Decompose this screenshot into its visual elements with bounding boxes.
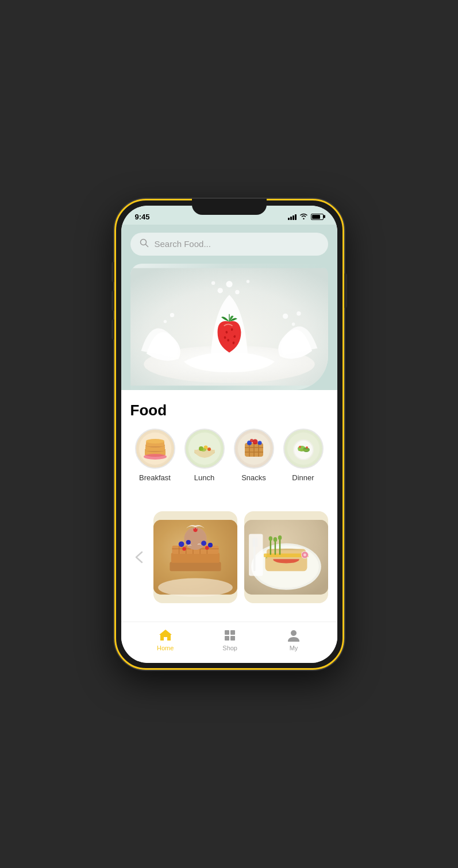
svg-point-44 xyxy=(252,439,257,444)
svg-point-12 xyxy=(170,313,174,317)
svg-rect-82 xyxy=(249,534,263,576)
category-label-lunch: Lunch xyxy=(194,473,214,482)
svg-point-8 xyxy=(211,281,215,285)
battery-icon xyxy=(311,214,324,220)
food-card-waffles[interactable] xyxy=(153,511,237,603)
svg-point-95 xyxy=(278,535,281,540)
svg-point-5 xyxy=(235,290,239,294)
nav-label-shop: Shop xyxy=(222,645,237,651)
svg-rect-99 xyxy=(230,636,235,641)
svg-point-70 xyxy=(201,541,206,546)
svg-point-9 xyxy=(282,313,287,318)
categories-row: Breakfast xyxy=(130,429,328,482)
svg-point-71 xyxy=(207,543,212,547)
status-icons xyxy=(288,213,324,221)
svg-point-73 xyxy=(205,546,209,550)
svg-point-10 xyxy=(291,322,295,326)
svg-point-46 xyxy=(250,439,253,442)
nav-label-my: My xyxy=(290,645,298,651)
nav-item-shop[interactable]: Shop xyxy=(222,628,237,651)
category-item-snacks[interactable]: Snacks xyxy=(229,429,279,482)
carousel-section xyxy=(130,493,328,622)
home-icon xyxy=(158,628,173,643)
section-title: Food xyxy=(130,402,328,419)
svg-point-89 xyxy=(303,554,306,557)
svg-point-53 xyxy=(306,446,308,449)
category-circle-dinner xyxy=(283,429,324,469)
hero-section: Search Food... xyxy=(121,225,337,390)
svg-rect-98 xyxy=(225,636,229,641)
svg-point-28 xyxy=(146,439,164,443)
category-item-breakfast[interactable]: Breakfast xyxy=(130,429,180,482)
nav-item-my[interactable]: My xyxy=(286,628,301,651)
content-area: Food xyxy=(121,390,337,622)
svg-point-13 xyxy=(163,319,167,323)
food-card-sandwich[interactable] xyxy=(244,511,328,603)
category-circle-lunch xyxy=(184,429,225,469)
nav-item-home[interactable]: Home xyxy=(157,628,174,651)
phone-frame: 9:45 xyxy=(114,199,344,670)
svg-point-6 xyxy=(217,288,222,293)
category-label-dinner: Dinner xyxy=(292,473,314,482)
category-label-breakfast: Breakfast xyxy=(139,473,171,482)
carousel-cards xyxy=(153,511,328,603)
category-item-dinner[interactable]: Dinner xyxy=(279,429,328,482)
search-icon xyxy=(140,238,149,250)
category-item-lunch[interactable]: Lunch xyxy=(180,429,229,482)
svg-point-35 xyxy=(201,448,206,452)
phone-notch xyxy=(192,199,267,215)
svg-point-56 xyxy=(158,578,233,597)
svg-line-1 xyxy=(145,244,148,246)
svg-point-100 xyxy=(291,630,297,636)
bottom-nav: Home Shop xyxy=(121,622,337,663)
wifi-icon xyxy=(299,213,308,221)
svg-rect-90 xyxy=(270,539,271,555)
svg-point-93 xyxy=(273,537,276,542)
svg-point-69 xyxy=(186,540,190,545)
svg-point-68 xyxy=(178,541,184,547)
svg-point-45 xyxy=(257,441,261,445)
svg-point-91 xyxy=(268,537,272,541)
shop-icon xyxy=(222,628,237,643)
svg-point-29 xyxy=(144,454,167,460)
svg-point-7 xyxy=(246,280,249,283)
category-label-snacks: Snacks xyxy=(241,473,266,482)
svg-rect-57 xyxy=(170,562,221,571)
nav-label-home: Home xyxy=(157,645,174,651)
category-circle-breakfast xyxy=(135,429,175,469)
svg-point-11 xyxy=(297,311,301,315)
svg-point-52 xyxy=(299,446,301,448)
svg-point-4 xyxy=(226,281,232,287)
svg-point-34 xyxy=(207,447,211,451)
hero-image xyxy=(130,264,328,390)
category-circle-snacks xyxy=(234,429,274,469)
svg-point-72 xyxy=(182,547,186,550)
profile-icon xyxy=(286,628,301,643)
svg-rect-97 xyxy=(230,630,235,635)
phone-screen: 9:45 xyxy=(121,206,337,663)
signal-icon xyxy=(288,213,297,220)
carousel-prev-button[interactable] xyxy=(130,549,148,566)
svg-rect-58 xyxy=(171,553,219,563)
status-time: 9:45 xyxy=(135,213,150,221)
svg-rect-96 xyxy=(225,630,229,635)
search-placeholder: Search Food... xyxy=(155,239,211,249)
search-bar[interactable]: Search Food... xyxy=(130,233,328,256)
svg-rect-94 xyxy=(279,538,280,555)
